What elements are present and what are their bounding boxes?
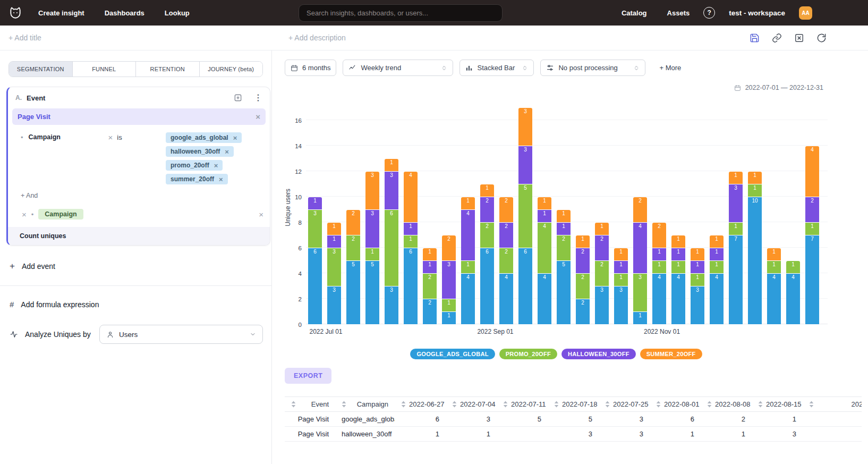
bar-2022-12-12[interactable]: 411: [767, 248, 781, 324]
segment-promo_20off[interactable]: 1: [365, 248, 379, 260]
segment-summer_20off[interactable]: 1: [385, 159, 398, 171]
filter-operator[interactable]: is: [117, 133, 122, 141]
segment-google_ads_global[interactable]: 4: [671, 274, 685, 324]
legend-item-halloween-30off[interactable]: HALLOWEEN_30OFF: [561, 349, 636, 359]
segment-summer_20off[interactable]: 2: [499, 197, 513, 222]
add-description-button[interactable]: + Add description: [288, 33, 346, 42]
segment-summer_20off[interactable]: 3: [365, 172, 379, 209]
nav-link-lookup[interactable]: Lookup: [165, 9, 190, 17]
segment-summer_20off[interactable]: 3: [518, 108, 532, 146]
filter-value-chip[interactable]: halloween_30off×: [166, 146, 234, 157]
segment-google_ads_global[interactable]: 4: [652, 274, 666, 324]
segment-summer_20off[interactable]: 1: [595, 223, 609, 235]
save-icon[interactable]: [750, 33, 760, 43]
segment-promo_20off[interactable]: 1: [442, 299, 456, 311]
sort-icon[interactable]: [342, 401, 346, 408]
bar-2022-08-15[interactable]: 1132: [442, 235, 456, 324]
segment-promo_20off[interactable]: 2: [423, 274, 437, 299]
tab-segmentation[interactable]: SEGMENTATION: [9, 62, 73, 77]
column-header-campaign[interactable]: Campaign: [335, 397, 395, 412]
segment-promo_20off[interactable]: 1: [671, 261, 685, 273]
date-range-button[interactable]: 6 months: [285, 60, 336, 76]
remove-breakdown-row-icon[interactable]: ×: [259, 210, 263, 218]
segment-google_ads_global[interactable]: 4: [499, 274, 513, 324]
segment-promo_20off[interactable]: 1: [748, 184, 762, 197]
bar-2022-07-25[interactable]: 3631: [385, 159, 398, 324]
bar-2022-07-04[interactable]: 3311: [327, 223, 341, 324]
bar-2022-10-31[interactable]: 4112: [652, 223, 666, 324]
segment-halloween_30off[interactable]: 2: [805, 197, 819, 222]
segment-google_ads_global[interactable]: 7: [729, 235, 743, 324]
add-and-condition-button[interactable]: + And: [8, 184, 45, 200]
segment-summer_20off[interactable]: 1: [748, 172, 762, 184]
remove-breakdown-icon[interactable]: ×: [22, 210, 27, 218]
segment-promo_20off[interactable]: 1: [614, 274, 628, 286]
column-header-2022-08-15[interactable]: 2022-08-15: [752, 397, 803, 412]
segment-halloween_30off[interactable]: 2: [595, 235, 609, 260]
segment-google_ads_global[interactable]: 3: [614, 286, 628, 324]
segment-google_ads_global[interactable]: 10: [748, 197, 762, 324]
segment-google_ads_global[interactable]: 6: [518, 248, 532, 324]
segment-google_ads_global[interactable]: 1: [633, 312, 647, 324]
segment-promo_20off[interactable]: 5: [518, 184, 532, 248]
segment-summer_20off[interactable]: 1: [576, 235, 590, 248]
remove-value-icon[interactable]: ×: [219, 176, 223, 183]
aggregation-row[interactable]: Count uniques: [8, 227, 270, 245]
segment-promo_20off[interactable]: 3: [308, 210, 322, 248]
remove-value-icon[interactable]: ×: [233, 134, 237, 141]
segment-promo_20off[interactable]: 1: [461, 261, 475, 273]
segment-halloween_30off[interactable]: 1: [327, 235, 341, 248]
segment-summer_20off[interactable]: 4: [805, 146, 819, 197]
segment-halloween_30off[interactable]: 3: [385, 172, 398, 209]
segment-summer_20off[interactable]: 2: [346, 210, 360, 235]
segment-promo_20off[interactable]: 1: [805, 223, 819, 235]
remove-event-icon[interactable]: ×: [256, 113, 260, 121]
bar-2022-09-26[interactable]: 5211: [557, 210, 571, 324]
add-title-button[interactable]: + Add title: [8, 33, 41, 42]
sort-icon[interactable]: [656, 401, 661, 408]
bar-2022-09-12[interactable]: 6533: [518, 108, 532, 324]
column-header-2022-08-08[interactable]: 2022-08-08: [701, 397, 752, 412]
segment-google_ads_global[interactable]: 5: [365, 261, 379, 324]
segment-summer_20off[interactable]: 1: [538, 197, 551, 209]
workspace-name[interactable]: test - workspace: [729, 9, 785, 17]
segment-promo_20off[interactable]: 3: [327, 248, 341, 286]
filter-value-chip[interactable]: summer_20off×: [166, 174, 228, 184]
chart-type-select[interactable]: Stacked Bar: [459, 60, 534, 76]
segment-google_ads_global[interactable]: 1: [442, 312, 456, 324]
segment-promo_20off[interactable]: 4: [538, 223, 551, 273]
segment-summer_20off[interactable]: 1: [461, 197, 475, 209]
column-header-event[interactable]: Event: [285, 397, 335, 412]
analyze-entity-select[interactable]: Users: [99, 325, 263, 344]
segment-halloween_30off[interactable]: 2: [576, 248, 590, 273]
segment-promo_20off[interactable]: 1: [767, 261, 781, 273]
column-header-2022-07-04[interactable]: 2022-07-04: [446, 397, 497, 412]
sort-icon[interactable]: [401, 401, 406, 408]
add-filter-icon[interactable]: [234, 94, 242, 102]
segment-promo_20off[interactable]: 1: [691, 274, 704, 286]
segment-promo_20off[interactable]: 1: [786, 261, 800, 273]
segment-halloween_30off[interactable]: 4: [633, 223, 647, 273]
segment-summer_20off[interactable]: 4: [404, 172, 418, 222]
nav-link-dashboards[interactable]: Dashboards: [105, 9, 144, 17]
segment-halloween_30off[interactable]: 1: [691, 261, 704, 273]
segment-promo_20off[interactable]: 1: [404, 235, 418, 248]
segment-halloween_30off[interactable]: 1: [671, 248, 685, 260]
avatar[interactable]: AA: [799, 6, 812, 20]
segment-halloween_30off[interactable]: 1: [308, 197, 322, 209]
remove-filter-icon[interactable]: ×: [108, 133, 113, 141]
segment-google_ads_global[interactable]: 6: [308, 248, 322, 324]
segment-promo_20off[interactable]: 2: [595, 261, 609, 286]
bar-2022-08-01[interactable]: 6114: [404, 172, 418, 324]
segment-promo_20off[interactable]: 2: [499, 248, 513, 273]
segment-promo_20off[interactable]: 1: [729, 223, 743, 235]
bar-2022-10-10[interactable]: 3221: [595, 223, 609, 324]
segment-summer_20off[interactable]: 2: [652, 223, 666, 248]
segment-summer_20off[interactable]: 1: [557, 210, 571, 222]
segment-halloween_30off[interactable]: 1: [538, 210, 551, 222]
export-button[interactable]: EXPORT: [285, 368, 331, 384]
bar-2022-08-29[interactable]: 6221: [480, 184, 494, 324]
app-logo-cat-icon[interactable]: [8, 6, 22, 20]
segment-google_ads_global[interactable]: 4: [461, 274, 475, 324]
segment-halloween_30off[interactable]: 1: [557, 223, 571, 235]
